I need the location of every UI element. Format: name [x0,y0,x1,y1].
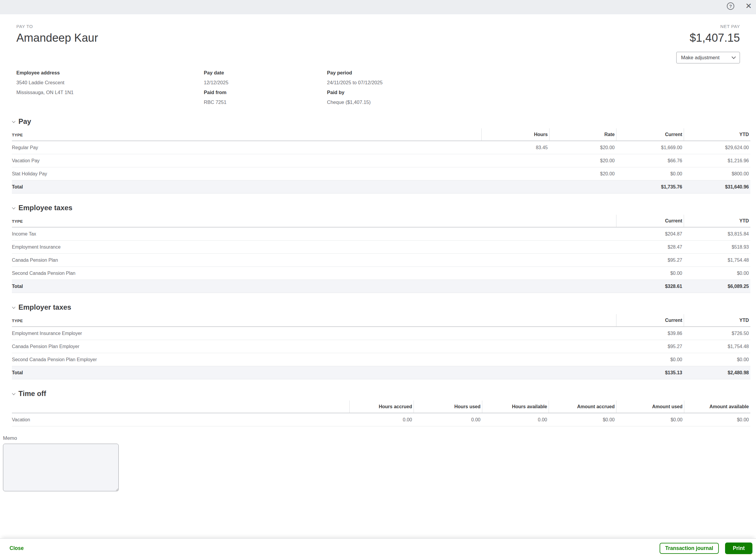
cell-ytd: $1,754.48 [684,254,750,267]
cell-ytd: $0.00 [684,353,750,366]
col-current: Current [616,314,684,326]
table-row: Vacation Pay $20.00 $66.76 $1,216.96 [12,154,750,167]
payee-header: PAY TO Amandeep Kaur NET PAY $1,407.15 M… [12,24,750,64]
cell-type: Regular Pay [12,141,481,154]
cell-hours-accrued: 0.00 [349,413,413,426]
table-row: Second Canada Pension Plan $0.00 $0.00 [12,267,750,280]
col-ytd: YTD [684,128,750,141]
cell-type: Canada Pension Plan Employer [12,340,616,353]
employee-address-block: Employee address 3540 Laddie Crescent Mi… [16,68,204,107]
table-row: Second Canada Pension Plan Employer $0.0… [12,353,750,366]
transaction-journal-button[interactable]: Transaction journal [659,543,719,554]
cell-total-ytd: $2,480.98 [684,366,750,379]
cell-hours-used: 0.00 [413,413,482,426]
cell-type: Vacation Pay [12,154,481,167]
cell-total-current: $328.61 [616,280,684,293]
col-type: TYPE [12,128,481,141]
col-current: Current [616,215,684,227]
cell-current: $204.87 [616,227,684,240]
col-ytd: YTD [684,215,750,227]
col-empty [12,401,349,413]
table-row: Employment Insurance Employer $39.86 $72… [12,327,750,340]
address-line-2: Mississauga, ON L4T 1N1 [16,87,204,97]
collapse-chevron-icon[interactable] [12,206,15,209]
time-off-table: Hours accrued Hours used Hours available… [12,401,750,426]
cell-type: Stat Holiday Pay [12,167,481,180]
collapse-chevron-icon[interactable] [12,305,15,308]
cell-rate: $20.00 [549,141,616,154]
payee-block: PAY TO Amandeep Kaur [16,24,98,64]
collapse-chevron-icon[interactable] [12,119,15,123]
make-adjustment-label: Make adjustment [681,55,720,61]
cell-total-ytd: $31,640.96 [684,180,750,193]
cell-rate: $20.00 [549,154,616,167]
collapse-chevron-icon[interactable] [12,391,15,395]
net-pay-block: NET PAY $1,407.15 Make adjustment [676,24,750,64]
cell-empty [481,183,549,191]
cell-ytd: $0.00 [684,267,750,280]
footer-bar: Close Transaction journal Print [0,538,756,558]
pay-date-label: Pay date [204,68,327,78]
table-row: Employment Insurance $28.47 $518.93 [12,240,750,254]
cell-ytd: $1,754.48 [684,340,750,353]
cell-ytd: $1,216.96 [684,154,750,167]
cell-total-current: $135.13 [616,366,684,379]
cell-current: $0.00 [616,167,684,180]
payee-name: Amandeep Kaur [16,31,98,45]
cell-current: $1,669.00 [616,141,684,154]
cell-current: $66.76 [616,154,684,167]
paycheque-detail: PAY TO Amandeep Kaur NET PAY $1,407.15 M… [0,24,756,491]
table-header: TYPE Current YTD [12,215,750,227]
section-title: Time off [19,389,46,398]
memo-block: Memo [3,435,750,491]
cell-total-label: Total [12,280,616,293]
cell-type: Second Canada Pension Plan Employer [12,353,616,366]
make-adjustment-dropdown[interactable]: Make adjustment [676,52,740,64]
memo-input[interactable] [3,443,119,491]
col-type: TYPE [12,314,616,326]
cheque-info: Employee address 3540 Laddie Crescent Mi… [12,68,750,107]
topbar: ? ✕ [0,0,756,14]
cell-total-label: Total [12,180,481,193]
cell-ytd: $518.93 [684,240,750,253]
cell-current: $0.00 [616,267,684,280]
section-employee-taxes: Employee taxes TYPE Current YTD Income T… [12,203,750,293]
cell-hours [481,157,549,164]
cell-ytd: $800.00 [684,167,750,180]
cell-current: $39.86 [616,327,684,340]
close-icon[interactable]: ✕ [745,2,752,10]
cell-hours [481,170,549,177]
col-amount-used: Amount used [616,401,684,413]
table-header: Hours accrued Hours used Hours available… [12,401,750,413]
cell-amount-available: $0.00 [684,413,750,426]
pay-to-label: PAY TO [16,24,98,29]
paid-by-value: Cheque ($1,407.15) [327,97,383,107]
table-header: TYPE Current YTD [12,314,750,327]
section-title: Employee taxes [19,203,72,212]
cell-current: $95.27 [616,254,684,267]
table-header: TYPE Hours Rate Current YTD [12,128,750,141]
table-row: Regular Pay 83.45 $20.00 $1,669.00 $29,6… [12,141,750,154]
pay-period-block: Pay period 24/11/2025 to 07/12/2025 Paid… [327,68,383,107]
close-button[interactable]: Close [9,545,24,552]
table-total-row: Total $135.13 $2,480.98 [12,366,750,379]
col-type: TYPE [12,215,616,227]
employee-taxes-table: TYPE Current YTD Income Tax $204.87 $3,8… [12,215,750,293]
pay-date-block: Pay date 12/12/2025 Paid from RBC 7251 [204,68,327,107]
pay-table: TYPE Hours Rate Current YTD Regular Pay … [12,128,750,194]
cell-amount-accrued: $0.00 [549,413,616,426]
cell-type: Canada Pension Plan [12,254,616,267]
pay-period-label: Pay period [327,68,383,78]
cell-ytd: $726.50 [684,327,750,340]
cell-type: Vacation [12,413,349,426]
section-pay: Pay TYPE Hours Rate Current YTD Regular … [12,117,750,194]
cell-type: Employment Insurance [12,240,616,253]
col-hours-available: Hours available [482,401,549,413]
paid-from-label: Paid from [204,87,327,97]
table-row: Stat Holiday Pay $20.00 $0.00 $800.00 [12,167,750,180]
print-button[interactable]: Print [725,542,752,554]
table-row: Vacation 0.00 0.00 0.00 $0.00 $0.00 $0.0… [12,413,750,426]
help-icon[interactable]: ? [727,2,734,10]
cell-type: Income Tax [12,227,616,240]
section-title: Pay [19,117,31,126]
